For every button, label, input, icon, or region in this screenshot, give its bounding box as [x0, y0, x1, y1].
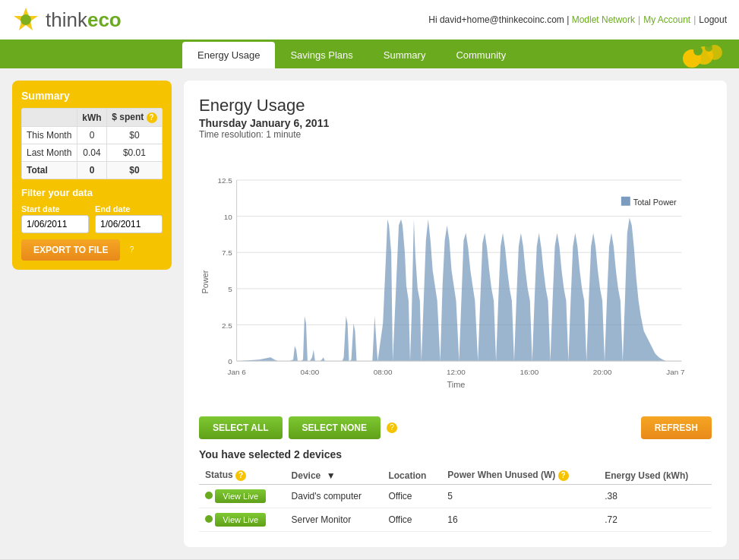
summary-table: kWh $ spent ? This Month 0 $0 Last M [21, 108, 163, 179]
view-live-button-2[interactable]: View Live [215, 513, 266, 527]
svg-text:16:00: 16:00 [520, 368, 538, 376]
refresh-button[interactable]: REFRESH [641, 416, 712, 439]
help-icon-export[interactable]: ? [126, 245, 137, 255]
header: thinkeco Hi david+home@thinkecoinc.com |… [0, 0, 739, 42]
sort-arrow-icon[interactable]: ▼ [327, 470, 336, 481]
chart-svg: Power 12.5 10 7.5 5 2.5 0 Jan 6 04:00 08… [199, 149, 712, 407]
svg-point-6 [705, 44, 712, 52]
devices-table: Status ? Device ▼ Location Power When Un… [199, 467, 712, 532]
logo: thinkeco [12, 6, 122, 33]
svg-text:Time: Time [447, 380, 466, 389]
summary-col-kwh: kWh [77, 109, 107, 127]
svg-text:Jan 6: Jan 6 [228, 368, 247, 376]
col-location: Location [382, 467, 441, 485]
main-layout: Summary kWh $ spent ? This Month [0, 68, 739, 559]
svg-point-1 [21, 14, 31, 25]
svg-text:7.5: 7.5 [222, 248, 232, 257]
status-dot-2 [205, 515, 213, 523]
nav-icon-group [681, 42, 727, 69]
device-row-2: View Live Server Monitor Office 16 .72 [199, 508, 712, 532]
modlet-network-link[interactable]: Modlet Network [572, 14, 635, 25]
end-date-group: End date [95, 204, 163, 233]
legend-label: Total Power [633, 198, 677, 207]
svg-point-5 [693, 46, 703, 55]
page-title: Energy Usage [199, 96, 712, 115]
status-dot-1 [205, 492, 213, 499]
header-user-info: Hi david+home@thinkecoinc.com | Modlet N… [428, 14, 727, 25]
device-energy-2: .72 [598, 508, 712, 532]
start-date-label: Start date [21, 204, 89, 214]
end-date-input[interactable] [95, 215, 163, 233]
chart-controls: SELECT ALL SELECT NONE ? REFRESH [199, 416, 712, 439]
device-location-2: Office [382, 508, 441, 532]
nav-tab-community[interactable]: Community [441, 42, 521, 68]
nav-tab-savings-plans[interactable]: Savings Plans [275, 42, 368, 68]
status-cell-2: View Live [199, 508, 286, 532]
summary-row-total: Total 0 $0 [22, 162, 163, 179]
svg-text:0: 0 [228, 357, 232, 365]
summary-row-this-month: This Month 0 $0 [22, 127, 163, 144]
view-live-button-1[interactable]: View Live [215, 489, 266, 503]
end-date-label: End date [95, 204, 163, 214]
summary-row-last-month: Last Month 0.04 $0.01 [22, 144, 163, 162]
filter-section: Filter your data Start date End date EXP… [21, 187, 163, 261]
chart-resolution: Time resolution: 1 minute [199, 129, 712, 140]
energy-chart: Power 12.5 10 7.5 5 2.5 0 Jan 6 04:00 08… [199, 149, 712, 407]
my-account-link[interactable]: My Account [643, 14, 690, 25]
summary-card: Summary kWh $ spent ? This Month [12, 81, 172, 270]
sep3: | [693, 14, 696, 25]
device-energy-1: .38 [598, 485, 712, 508]
device-row-1: View Live David's computer Office 5 .38 [199, 485, 712, 508]
start-date-group: Start date [21, 204, 89, 233]
nav-bar: Energy Usage Savings Plans Summary Commu… [0, 42, 739, 68]
chart-date: Thursday January 6, 2011 [199, 117, 712, 129]
main-content: Energy Usage Thursday January 6, 2011 Ti… [184, 81, 727, 547]
col-power-unused: Power When Unused (W) ? [441, 467, 598, 485]
select-none-button[interactable]: SELECT NONE [289, 416, 381, 439]
svg-text:04:00: 04:00 [301, 368, 320, 376]
devices-title: You have selected 2 devices [199, 448, 712, 460]
svg-text:12.5: 12.5 [217, 176, 232, 185]
legend-color [621, 197, 630, 206]
sep2: | [638, 14, 640, 25]
y-axis-label: Power [201, 270, 210, 293]
select-all-button[interactable]: SELECT ALL [199, 416, 283, 439]
date-row: Start date End date [21, 204, 163, 233]
help-icon-selection[interactable]: ? [387, 422, 397, 433]
device-power-1: 5 [441, 485, 598, 508]
nav-tab-summary[interactable]: Summary [368, 42, 441, 68]
summary-col-label [22, 109, 77, 127]
logout-link[interactable]: Logout [699, 14, 727, 25]
help-icon-power[interactable]: ? [558, 470, 569, 481]
chart-area [237, 218, 682, 362]
help-icon-status[interactable]: ? [235, 470, 246, 481]
device-name-1: David's computer [286, 485, 383, 508]
summary-col-spent: $ spent ? [106, 109, 162, 127]
svg-text:5: 5 [228, 285, 232, 293]
export-button[interactable]: EXPORT TO FILE [21, 239, 120, 261]
logo-eco: eco [87, 8, 122, 31]
col-status: Status ? [199, 467, 286, 485]
filter-title: Filter your data [21, 187, 163, 198]
device-name-2: Server Monitor [286, 508, 383, 532]
help-icon-spent[interactable]: ? [147, 112, 157, 123]
svg-text:12:00: 12:00 [447, 368, 466, 376]
col-device: Device ▼ [286, 467, 383, 485]
svg-text:2.5: 2.5 [222, 321, 232, 330]
status-cell-1: View Live [199, 485, 286, 508]
devices-table-header: Status ? Device ▼ Location Power When Un… [199, 467, 712, 485]
logo-icon [12, 6, 39, 33]
sidebar: Summary kWh $ spent ? This Month [12, 81, 172, 547]
col-energy-used: Energy Used (kWh) [598, 467, 712, 485]
logo-text: thinkeco [46, 8, 122, 32]
svg-text:Jan 7: Jan 7 [666, 368, 685, 376]
summary-title: Summary [21, 90, 163, 102]
export-row: EXPORT TO FILE ? [21, 239, 163, 261]
device-power-2: 16 [441, 508, 598, 532]
greeting-text: Hi david+home@thinkecoinc.com | [428, 14, 569, 25]
nav-tab-energy-usage[interactable]: Energy Usage [182, 42, 275, 68]
start-date-input[interactable] [21, 215, 89, 233]
svg-text:08:00: 08:00 [374, 368, 393, 376]
svg-text:20:00: 20:00 [593, 368, 612, 376]
svg-text:10: 10 [224, 213, 233, 221]
